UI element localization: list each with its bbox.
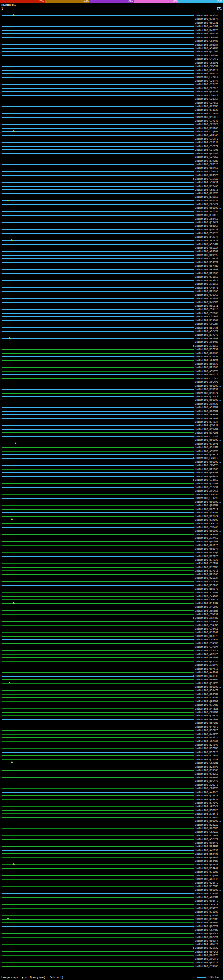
hit-label[interactable]: UniRef100_Q31LL0	[195, 276, 218, 279]
hit-label[interactable]: UniRef100_B5ZNM6	[195, 860, 218, 863]
hit-label[interactable]: UniRef100_C3F2J9	[195, 141, 218, 144]
hit-alignment-line[interactable]	[2, 200, 194, 201]
hit-label[interactable]: UniRef100_Q92SB6	[195, 856, 218, 859]
hit-label[interactable]: UniRef100_C2WH20	[195, 257, 218, 260]
hit-alignment-line[interactable]	[2, 197, 194, 197]
hit-label[interactable]: UniRef100_Q98TT0	[195, 900, 218, 903]
hit-alignment-line[interactable]	[2, 498, 194, 498]
hit-label[interactable]: UniRef100_A8YY23	[195, 239, 218, 242]
hit-alignment-line[interactable]	[2, 487, 194, 488]
hit-label[interactable]: UniRef100_Q11802	[195, 910, 218, 913]
hit-label[interactable]: UniRef100_C1ZWE0	[195, 479, 218, 482]
hit-label[interactable]: UniRef100_UP1000...	[195, 573, 223, 576]
hit-alignment-line[interactable]	[2, 962, 194, 963]
hit-alignment-line[interactable]	[2, 26, 194, 27]
hit-alignment-line[interactable]	[2, 400, 194, 401]
hit-label[interactable]: UniRef100_C9GCH7	[195, 54, 218, 57]
hit-label[interactable]: UniRef100_C2Y0E9	[195, 123, 218, 126]
hit-label[interactable]: UniRef100_A4IKW1	[195, 25, 218, 28]
hit-alignment-line[interactable]	[2, 697, 194, 698]
hit-alignment-line[interactable]	[2, 672, 194, 673]
hit-alignment-line[interactable]	[2, 338, 194, 339]
hit-label[interactable]: UniRef100_Q2W2U6	[195, 914, 218, 918]
hit-label[interactable]: UniRef100_B1K3Q5	[195, 769, 218, 772]
hit-alignment-line[interactable]	[2, 302, 194, 303]
hit-alignment-line[interactable]	[2, 288, 194, 288]
hit-label[interactable]: UniRef100_A9W4I4	[195, 943, 218, 946]
hit-alignment-line[interactable]	[2, 146, 194, 147]
hit-label[interactable]: UniRef100_B9XC19	[195, 373, 218, 377]
hit-label[interactable]: UniRef100_A9AZB9	[195, 47, 218, 50]
hit-label[interactable]: UniRef100_Q07QC5	[195, 950, 218, 954]
hit-label[interactable]: UniRef100_Q0AQK2	[195, 932, 218, 935]
hit-label[interactable]: UniRef100_B7DP92	[195, 388, 218, 391]
hit-label[interactable]: UniRef100_A9U759	[195, 32, 218, 35]
hit-alignment-line[interactable]	[2, 113, 194, 114]
hit-label[interactable]: UniRef100_C2Q3L7	[195, 98, 218, 101]
hit-alignment-line[interactable]	[2, 164, 194, 165]
hit-label[interactable]: UniRef100_A3R7D7	[195, 511, 218, 514]
hit-alignment-line[interactable]	[2, 204, 194, 205]
hit-label[interactable]: UniRef100_A4F3P6	[195, 297, 218, 301]
hit-label[interactable]: UniRef100_Q67RN8	[195, 264, 218, 268]
hit-label[interactable]: UniRef100_UP1000...	[195, 385, 223, 388]
hit-label[interactable]: UniRef100_C1YJE2	[195, 435, 218, 438]
hit-label[interactable]: UniRef100_Q83LG7	[195, 224, 218, 228]
hit-alignment-line[interactable]	[2, 657, 194, 658]
hit-alignment-line[interactable]	[2, 51, 194, 52]
hit-label[interactable]: UniRef100_Q81GG9	[195, 152, 218, 155]
hit-label[interactable]: UniRef100_B4S3L2	[195, 279, 218, 282]
hit-alignment-line[interactable]	[2, 817, 194, 818]
hit-label[interactable]: UniRef100_Q7NE25	[195, 714, 218, 718]
hit-alignment-line[interactable]	[2, 901, 194, 901]
hit-label[interactable]: UniRef100_B7WYE4	[195, 816, 218, 819]
hit-alignment-line[interactable]	[2, 411, 194, 412]
hit-label[interactable]: UniRef100_Q46WJ7	[195, 798, 218, 801]
hit-alignment-line[interactable]	[2, 150, 194, 150]
hit-alignment-line[interactable]	[2, 157, 194, 158]
hit-alignment-line[interactable]	[2, 530, 194, 531]
hit-label[interactable]: UniRef100_Q7VWW4	[195, 428, 218, 431]
hit-alignment-line[interactable]	[2, 741, 194, 742]
hit-alignment-line[interactable]	[2, 951, 194, 952]
hit-label[interactable]: UniRef100_A4G5Q9	[195, 606, 218, 609]
hit-alignment-line[interactable]	[2, 889, 194, 890]
hit-alignment-line[interactable]	[2, 756, 194, 756]
hit-alignment-line[interactable]	[2, 70, 194, 71]
hit-alignment-line[interactable]	[2, 926, 194, 927]
hit-label[interactable]: UniRef100_C1CY91	[195, 486, 218, 489]
hit-label[interactable]: UniRef100_B1ZBG1	[195, 834, 218, 837]
hit-label[interactable]: UniRef100_C5WE37	[195, 613, 218, 616]
hit-alignment-line[interactable]	[2, 219, 194, 220]
hit-label[interactable]: UniRef100_UP1000...	[195, 468, 223, 471]
hit-label[interactable]: UniRef100_UP1000...	[195, 337, 223, 340]
hit-alignment-line[interactable]	[2, 414, 194, 415]
hit-alignment-line[interactable]	[2, 853, 194, 854]
hit-label[interactable]: UniRef100_UP1000...	[195, 207, 223, 210]
hit-alignment-line[interactable]	[2, 233, 194, 234]
hit-alignment-line[interactable]	[2, 244, 194, 245]
hit-alignment-line[interactable]	[2, 944, 194, 945]
hit-alignment-line[interactable]	[2, 73, 194, 74]
hit-label[interactable]: UniRef100_Q0BDY7	[195, 547, 218, 550]
hit-label[interactable]: UniRef100_A6SZD6	[195, 533, 218, 536]
hit-alignment-line[interactable]	[2, 313, 194, 313]
hit-label[interactable]: UniRef100_Q7W9J0	[195, 424, 218, 427]
hit-label[interactable]: UniRef100_C2PBK0	[195, 156, 218, 159]
hit-alignment-line[interactable]	[2, 734, 194, 735]
hit-label[interactable]: UniRef100_B5WWJ3	[195, 363, 218, 366]
hit-label[interactable]: UniRef100_C3JUL5	[195, 649, 218, 652]
hit-label[interactable]: UniRef100_A7HDN2	[195, 892, 218, 896]
hit-label[interactable]: UniRef100_Q6HM56	[195, 167, 218, 170]
hit-alignment-line[interactable]	[2, 502, 194, 502]
hit-label[interactable]: UniRef100_UP1000...	[195, 501, 223, 504]
hit-alignment-line[interactable]	[2, 374, 194, 375]
hit-label[interactable]: UniRef100_C0SQ54	[195, 493, 218, 496]
hit-alignment-line[interactable]	[2, 687, 194, 687]
hit-label[interactable]: UniRef100_C6KB70	[195, 903, 218, 906]
hit-label[interactable]: UniRef100_P95328	[195, 232, 218, 235]
hit-label[interactable]: UniRef100_C6J1I5	[195, 188, 218, 192]
hit-alignment-line[interactable]	[2, 226, 194, 226]
hit-alignment-line[interactable]	[2, 795, 194, 796]
hit-label[interactable]: UniRef100_Q81FI6	[195, 544, 218, 547]
